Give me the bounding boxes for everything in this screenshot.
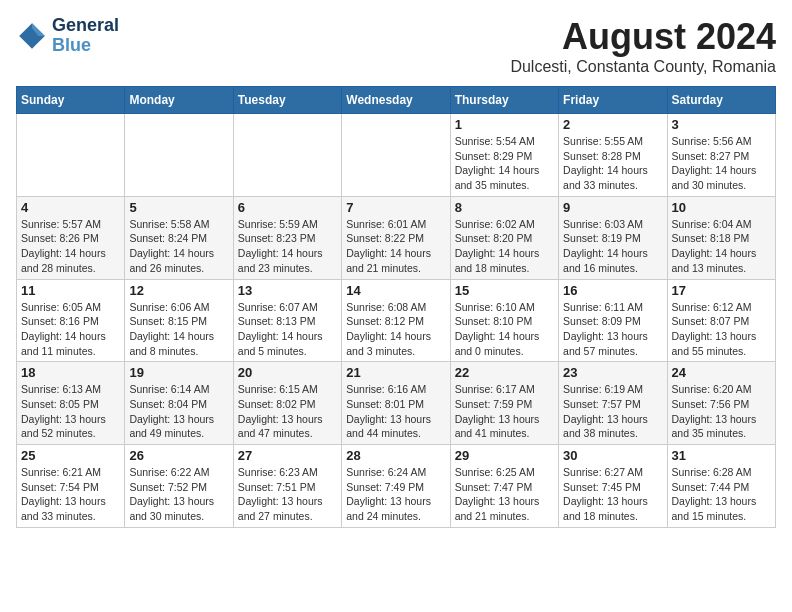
day-info: Sunrise: 6:08 AM Sunset: 8:12 PM Dayligh… xyxy=(346,300,445,359)
day-number: 26 xyxy=(129,448,228,463)
calendar-cell: 11Sunrise: 6:05 AM Sunset: 8:16 PM Dayli… xyxy=(17,279,125,362)
calendar-cell: 31Sunrise: 6:28 AM Sunset: 7:44 PM Dayli… xyxy=(667,445,775,528)
day-number: 21 xyxy=(346,365,445,380)
calendar-cell: 27Sunrise: 6:23 AM Sunset: 7:51 PM Dayli… xyxy=(233,445,341,528)
day-number: 24 xyxy=(672,365,771,380)
calendar-cell: 30Sunrise: 6:27 AM Sunset: 7:45 PM Dayli… xyxy=(559,445,667,528)
day-number: 7 xyxy=(346,200,445,215)
week-row-2: 4Sunrise: 5:57 AM Sunset: 8:26 PM Daylig… xyxy=(17,196,776,279)
day-info: Sunrise: 6:22 AM Sunset: 7:52 PM Dayligh… xyxy=(129,465,228,524)
day-number: 25 xyxy=(21,448,120,463)
day-info: Sunrise: 6:01 AM Sunset: 8:22 PM Dayligh… xyxy=(346,217,445,276)
day-info: Sunrise: 6:02 AM Sunset: 8:20 PM Dayligh… xyxy=(455,217,554,276)
logo-icon xyxy=(16,20,48,52)
day-info: Sunrise: 5:57 AM Sunset: 8:26 PM Dayligh… xyxy=(21,217,120,276)
day-info: Sunrise: 6:16 AM Sunset: 8:01 PM Dayligh… xyxy=(346,382,445,441)
main-title: August 2024 xyxy=(510,16,776,58)
day-number: 4 xyxy=(21,200,120,215)
day-number: 20 xyxy=(238,365,337,380)
calendar-cell: 8Sunrise: 6:02 AM Sunset: 8:20 PM Daylig… xyxy=(450,196,558,279)
day-info: Sunrise: 6:27 AM Sunset: 7:45 PM Dayligh… xyxy=(563,465,662,524)
calendar-cell: 12Sunrise: 6:06 AM Sunset: 8:15 PM Dayli… xyxy=(125,279,233,362)
weekday-header-tuesday: Tuesday xyxy=(233,87,341,114)
day-info: Sunrise: 6:15 AM Sunset: 8:02 PM Dayligh… xyxy=(238,382,337,441)
day-number: 15 xyxy=(455,283,554,298)
day-number: 11 xyxy=(21,283,120,298)
calendar-table: SundayMondayTuesdayWednesdayThursdayFrid… xyxy=(16,86,776,528)
day-number: 6 xyxy=(238,200,337,215)
calendar-cell: 26Sunrise: 6:22 AM Sunset: 7:52 PM Dayli… xyxy=(125,445,233,528)
day-info: Sunrise: 6:03 AM Sunset: 8:19 PM Dayligh… xyxy=(563,217,662,276)
calendar-cell xyxy=(125,114,233,197)
calendar-cell: 5Sunrise: 5:58 AM Sunset: 8:24 PM Daylig… xyxy=(125,196,233,279)
day-number: 18 xyxy=(21,365,120,380)
logo: General Blue xyxy=(16,16,119,56)
day-info: Sunrise: 6:07 AM Sunset: 8:13 PM Dayligh… xyxy=(238,300,337,359)
day-info: Sunrise: 6:04 AM Sunset: 8:18 PM Dayligh… xyxy=(672,217,771,276)
calendar-cell: 13Sunrise: 6:07 AM Sunset: 8:13 PM Dayli… xyxy=(233,279,341,362)
calendar-cell: 24Sunrise: 6:20 AM Sunset: 7:56 PM Dayli… xyxy=(667,362,775,445)
calendar-cell: 22Sunrise: 6:17 AM Sunset: 7:59 PM Dayli… xyxy=(450,362,558,445)
weekday-header-sunday: Sunday xyxy=(17,87,125,114)
day-number: 9 xyxy=(563,200,662,215)
calendar-cell: 17Sunrise: 6:12 AM Sunset: 8:07 PM Dayli… xyxy=(667,279,775,362)
calendar-cell: 15Sunrise: 6:10 AM Sunset: 8:10 PM Dayli… xyxy=(450,279,558,362)
calendar-cell: 25Sunrise: 6:21 AM Sunset: 7:54 PM Dayli… xyxy=(17,445,125,528)
day-info: Sunrise: 6:05 AM Sunset: 8:16 PM Dayligh… xyxy=(21,300,120,359)
subtitle: Dulcesti, Constanta County, Romania xyxy=(510,58,776,76)
calendar-cell xyxy=(17,114,125,197)
calendar-cell: 1Sunrise: 5:54 AM Sunset: 8:29 PM Daylig… xyxy=(450,114,558,197)
calendar-cell: 3Sunrise: 5:56 AM Sunset: 8:27 PM Daylig… xyxy=(667,114,775,197)
calendar-cell: 23Sunrise: 6:19 AM Sunset: 7:57 PM Dayli… xyxy=(559,362,667,445)
day-info: Sunrise: 5:55 AM Sunset: 8:28 PM Dayligh… xyxy=(563,134,662,193)
day-number: 16 xyxy=(563,283,662,298)
calendar-body: 1Sunrise: 5:54 AM Sunset: 8:29 PM Daylig… xyxy=(17,114,776,528)
day-number: 13 xyxy=(238,283,337,298)
day-info: Sunrise: 6:12 AM Sunset: 8:07 PM Dayligh… xyxy=(672,300,771,359)
calendar-cell: 7Sunrise: 6:01 AM Sunset: 8:22 PM Daylig… xyxy=(342,196,450,279)
calendar-cell: 16Sunrise: 6:11 AM Sunset: 8:09 PM Dayli… xyxy=(559,279,667,362)
weekday-header-monday: Monday xyxy=(125,87,233,114)
day-info: Sunrise: 6:28 AM Sunset: 7:44 PM Dayligh… xyxy=(672,465,771,524)
calendar-cell: 4Sunrise: 5:57 AM Sunset: 8:26 PM Daylig… xyxy=(17,196,125,279)
day-number: 29 xyxy=(455,448,554,463)
weekday-header-row: SundayMondayTuesdayWednesdayThursdayFrid… xyxy=(17,87,776,114)
day-number: 28 xyxy=(346,448,445,463)
day-number: 31 xyxy=(672,448,771,463)
day-number: 10 xyxy=(672,200,771,215)
calendar-cell xyxy=(342,114,450,197)
day-number: 30 xyxy=(563,448,662,463)
day-info: Sunrise: 5:56 AM Sunset: 8:27 PM Dayligh… xyxy=(672,134,771,193)
calendar-cell: 9Sunrise: 6:03 AM Sunset: 8:19 PM Daylig… xyxy=(559,196,667,279)
day-number: 1 xyxy=(455,117,554,132)
calendar-cell: 20Sunrise: 6:15 AM Sunset: 8:02 PM Dayli… xyxy=(233,362,341,445)
week-row-3: 11Sunrise: 6:05 AM Sunset: 8:16 PM Dayli… xyxy=(17,279,776,362)
day-number: 12 xyxy=(129,283,228,298)
day-number: 17 xyxy=(672,283,771,298)
calendar-cell xyxy=(233,114,341,197)
day-number: 2 xyxy=(563,117,662,132)
calendar-cell: 2Sunrise: 5:55 AM Sunset: 8:28 PM Daylig… xyxy=(559,114,667,197)
calendar-cell: 18Sunrise: 6:13 AM Sunset: 8:05 PM Dayli… xyxy=(17,362,125,445)
day-info: Sunrise: 6:10 AM Sunset: 8:10 PM Dayligh… xyxy=(455,300,554,359)
weekday-header-thursday: Thursday xyxy=(450,87,558,114)
day-number: 5 xyxy=(129,200,228,215)
week-row-4: 18Sunrise: 6:13 AM Sunset: 8:05 PM Dayli… xyxy=(17,362,776,445)
day-info: Sunrise: 6:17 AM Sunset: 7:59 PM Dayligh… xyxy=(455,382,554,441)
header: General Blue August 2024 Dulcesti, Const… xyxy=(16,16,776,76)
weekday-header-wednesday: Wednesday xyxy=(342,87,450,114)
calendar-cell: 14Sunrise: 6:08 AM Sunset: 8:12 PM Dayli… xyxy=(342,279,450,362)
day-info: Sunrise: 6:23 AM Sunset: 7:51 PM Dayligh… xyxy=(238,465,337,524)
day-info: Sunrise: 5:54 AM Sunset: 8:29 PM Dayligh… xyxy=(455,134,554,193)
day-number: 22 xyxy=(455,365,554,380)
day-number: 14 xyxy=(346,283,445,298)
day-info: Sunrise: 6:06 AM Sunset: 8:15 PM Dayligh… xyxy=(129,300,228,359)
calendar-cell: 21Sunrise: 6:16 AM Sunset: 8:01 PM Dayli… xyxy=(342,362,450,445)
day-info: Sunrise: 5:58 AM Sunset: 8:24 PM Dayligh… xyxy=(129,217,228,276)
day-info: Sunrise: 6:13 AM Sunset: 8:05 PM Dayligh… xyxy=(21,382,120,441)
day-info: Sunrise: 6:19 AM Sunset: 7:57 PM Dayligh… xyxy=(563,382,662,441)
calendar-cell: 10Sunrise: 6:04 AM Sunset: 8:18 PM Dayli… xyxy=(667,196,775,279)
calendar-cell: 28Sunrise: 6:24 AM Sunset: 7:49 PM Dayli… xyxy=(342,445,450,528)
calendar-cell: 29Sunrise: 6:25 AM Sunset: 7:47 PM Dayli… xyxy=(450,445,558,528)
day-info: Sunrise: 6:14 AM Sunset: 8:04 PM Dayligh… xyxy=(129,382,228,441)
